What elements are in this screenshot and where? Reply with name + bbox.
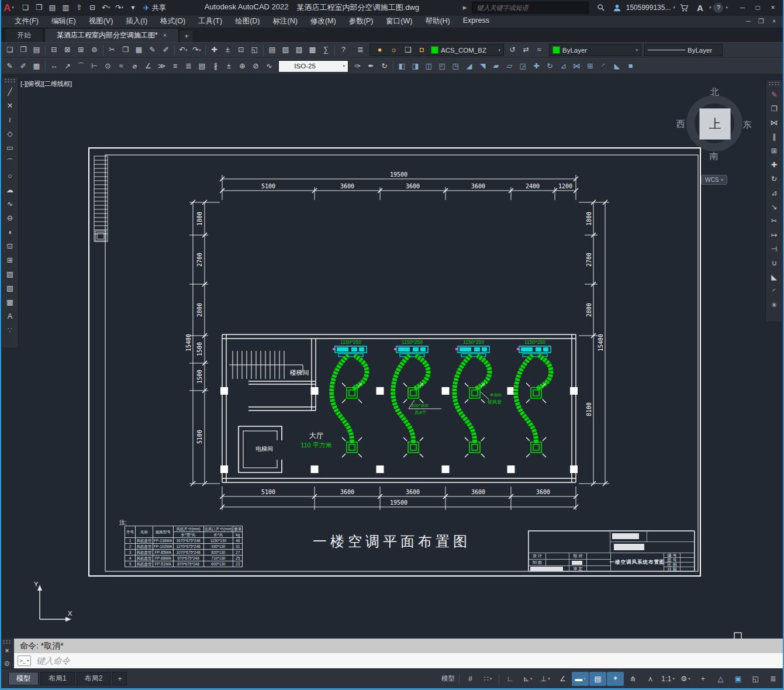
insert-block-icon[interactable]: ⊡ [4, 239, 17, 253]
hatch-icon[interactable]: ▨ [4, 267, 17, 281]
array-icon[interactable]: ⊞ [768, 144, 781, 158]
polyline-icon[interactable]: ≀ [4, 113, 17, 127]
linetype-combo[interactable]: ByLayer [644, 44, 723, 56]
cut-icon[interactable]: ✂ [105, 44, 119, 56]
press-pull-icon[interactable]: ▰ [489, 60, 503, 73]
menu-item[interactable]: 标注(N) [267, 16, 304, 26]
fillet-edge-icon[interactable]: ◜ [597, 60, 610, 73]
search-icon[interactable] [595, 2, 608, 14]
union-icon[interactable]: ◧ [395, 60, 409, 73]
chamfer-icon[interactable]: ◣ [768, 270, 781, 284]
open-file-icon[interactable]: ❒ [16, 44, 30, 56]
view-cube-east[interactable]: 东 [743, 119, 752, 130]
chamfer-edge-icon[interactable]: ◣ [610, 60, 624, 73]
dim-linear-icon[interactable]: ↔ [47, 60, 61, 73]
dropdown-caret-icon[interactable]: ▾ [530, 677, 533, 681]
ellipse-arc-icon[interactable]: ◖ [4, 225, 17, 239]
chevron-down-icon[interactable]: ▾ [673, 5, 675, 10]
zoom-realtime-icon[interactable]: ± [221, 44, 234, 56]
dim-edit-icon[interactable]: ✑ [351, 60, 364, 73]
dropdown-caret-icon[interactable]: ▾ [108, 5, 110, 10]
plot-icon[interactable]: ⊞ [74, 44, 88, 56]
doc-restore-button[interactable]: ❐ [756, 18, 766, 25]
dim-jog-line-icon[interactable]: ∿ [263, 60, 276, 73]
sheet-set-icon[interactable]: ▩ [306, 44, 319, 56]
dropdown-caret-icon[interactable]: ▾ [688, 677, 690, 681]
dropdown-caret-icon[interactable]: ▾ [490, 677, 492, 681]
dim-text-edit-icon[interactable]: ✒ [364, 60, 378, 73]
dropdown-caret-icon[interactable]: ▾ [548, 677, 550, 681]
undo-icon[interactable]: ↶▾ [177, 44, 190, 56]
solid-mirror-icon[interactable]: ⋈ [570, 60, 583, 73]
dimstyle-combo[interactable]: ISO-25 ▾ [278, 60, 348, 73]
match-properties-icon[interactable]: ✎ [146, 44, 159, 56]
revolve-icon[interactable]: ◳ [449, 60, 462, 73]
osnap-3d-icon[interactable]: ⋔ [624, 672, 641, 686]
intersect-icon[interactable]: ◫ [422, 60, 436, 73]
close-button[interactable]: × [765, 1, 780, 14]
dim-jogged-icon[interactable]: ≈ [115, 60, 128, 73]
minimize-button[interactable]: ─ [735, 1, 750, 14]
new-layout-button[interactable]: + [112, 672, 127, 685]
design-center-icon[interactable]: ▧ [279, 44, 292, 56]
new-tab-button[interactable]: + [180, 30, 193, 42]
layer-previous-icon[interactable]: ↺ [506, 44, 519, 56]
dropdown-caret-icon[interactable]: ▾ [122, 5, 124, 10]
polar-tracking-icon[interactable]: ⊾▾ [519, 672, 536, 686]
close-command-icon[interactable]: × [5, 647, 9, 655]
loft-icon[interactable]: ◥ [476, 60, 489, 73]
text-style-icon[interactable]: ✎ [3, 60, 16, 73]
solid-move-icon[interactable]: ✚ [530, 60, 543, 73]
dim-space-icon[interactable]: ▤ [195, 60, 209, 73]
user-id[interactable]: 1505999135... [626, 4, 671, 12]
help-icon[interactable]: ? [337, 44, 350, 56]
osnap-tracking-icon[interactable]: ⊥▾ [537, 672, 554, 686]
undo-icon[interactable]: ↶▾ [99, 2, 113, 14]
command-history[interactable]: 命令: *取消* [14, 639, 784, 653]
subtract-icon[interactable]: ◨ [409, 60, 422, 73]
paste-icon[interactable]: ▦ [132, 44, 146, 56]
menu-item[interactable]: 窗口(W) [379, 16, 419, 26]
properties-icon[interactable]: ▤ [265, 44, 279, 56]
menu-item[interactable]: 绘图(D) [229, 16, 266, 26]
arc-icon[interactable]: ⌒ [4, 155, 17, 169]
annotation-visibility-icon[interactable]: ⚙▾ [677, 672, 694, 686]
dim-continue-icon[interactable]: ≣ [182, 60, 195, 73]
revision-cloud-icon[interactable]: ☁ [4, 183, 17, 197]
scale-icon[interactable]: ⊿ [768, 186, 781, 200]
print-icon[interactable]: ⊟ [47, 44, 61, 56]
print-preview-icon[interactable]: ⊠ [61, 44, 74, 56]
shell-icon[interactable]: ■ [624, 60, 637, 73]
layer-freeze-sun-icon[interactable]: ☼ [387, 44, 400, 56]
join-icon[interactable]: ∪ [768, 256, 781, 270]
layer-viewport-icon[interactable]: ❑ [401, 44, 415, 56]
export-icon[interactable]: ⇧ [72, 2, 86, 14]
extend-icon[interactable]: ↦ [768, 228, 781, 242]
open-file-icon[interactable]: ❒ [32, 2, 46, 14]
dim-update-icon[interactable]: ↻ [378, 60, 391, 73]
solid-scale-icon[interactable]: ⊿ [557, 60, 570, 73]
add-scales-icon[interactable]: + [695, 672, 712, 686]
mirror-icon[interactable]: ⋈ [768, 116, 781, 130]
thicken-icon[interactable]: ◲ [516, 60, 530, 73]
annotation-monitor-icon[interactable]: ⋏ [642, 672, 659, 686]
help-icon[interactable]: ? [713, 3, 723, 13]
line-icon[interactable]: ╱ [4, 85, 17, 99]
center-mark-icon[interactable]: ⊕ [236, 60, 249, 73]
dim-angular-icon[interactable]: ∠ [141, 60, 155, 73]
transparency-icon[interactable]: ▤ [589, 672, 606, 686]
slice-icon[interactable]: ▱ [503, 60, 516, 73]
multiline-text-icon[interactable]: A [4, 309, 17, 323]
menu-item[interactable]: Express [457, 16, 496, 26]
chevron-down-icon[interactable]: ▾ [709, 5, 712, 10]
dim-break-icon[interactable]: ∦ [209, 60, 222, 73]
layer-match-icon[interactable]: ≈ [533, 44, 546, 56]
menu-item[interactable]: 文件(F) [8, 16, 45, 26]
zoom-window-icon[interactable]: ⊡ [234, 44, 248, 56]
ortho-mode-icon[interactable]: ∟ [502, 672, 519, 686]
calculator-icon[interactable]: ∑ [319, 44, 333, 56]
dimension-style-icon[interactable]: ✐ [16, 60, 30, 73]
clean-screen-icon[interactable]: ◱ [747, 672, 764, 686]
view-cube-west[interactable]: 西 [676, 119, 685, 130]
viewport-controls-label[interactable]: [-][俯视][二维线框] [20, 80, 72, 88]
